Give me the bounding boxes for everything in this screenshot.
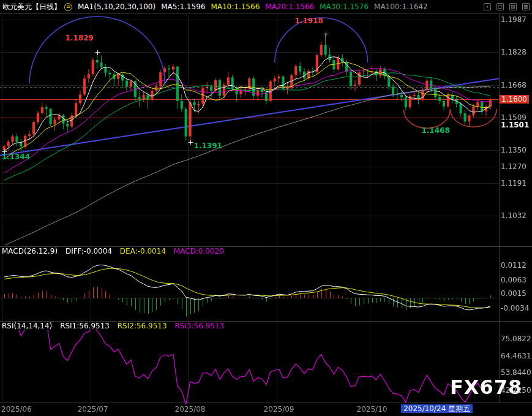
rsi1-value: RSI1:56.9513 bbox=[60, 322, 110, 330]
chart-header: 欧元美元【日线】 ≡ MA1(5,10,20,30,100) MA5:1.159… bbox=[0, 0, 532, 13]
rsi2-value: RSI2:56.9513 bbox=[118, 322, 167, 330]
macd-hist-value: MACD:0.0020 bbox=[174, 247, 224, 255]
ma100-value: MA100:1.1642 bbox=[374, 0, 428, 13]
macd-dea-value: DEA:-0.0014 bbox=[120, 247, 166, 255]
symbol-menu-icon[interactable]: ≡ bbox=[64, 3, 72, 11]
ma5-value: MA5:1.1596 bbox=[161, 0, 205, 13]
fx678-chart-window: 欧元美元【日线】 ≡ MA1(5,10,20,30,100) MA5:1.159… bbox=[0, 0, 532, 416]
rsi-panel-header: RSI(14,14,14) RSI1:56.9513 RSI2:56.9513 … bbox=[2, 322, 230, 330]
ma30-value: MA30:1.1576 bbox=[320, 0, 369, 13]
split-horizontal-icon[interactable]: ▤ bbox=[509, 3, 517, 10]
ma10-value: MA10:1.1566 bbox=[211, 0, 260, 13]
fx678-watermark: FX678 bbox=[450, 376, 522, 399]
rsi3-value: RSI3:56.9513 bbox=[174, 322, 224, 330]
maximize-pane-icon[interactable]: ▢ bbox=[496, 3, 504, 10]
ma20-value: MA20:1.1566 bbox=[265, 0, 314, 13]
macd-title: MACD(26,12,9) bbox=[2, 247, 58, 255]
macd-diff-value: DIFF:-0.0004 bbox=[66, 247, 112, 255]
macd-panel-header: MACD(26,12,9) DIFF:-0.0004 DEA:-0.0014 M… bbox=[2, 247, 230, 255]
price-chart-canvas[interactable] bbox=[0, 0, 532, 416]
rsi-title: RSI(14,14,14) bbox=[2, 322, 52, 330]
ma-settings-label: MA1(5,10,20,30,100) bbox=[78, 0, 155, 13]
symbol-title: 欧元美元【日线】 bbox=[2, 0, 61, 13]
split-vertical-icon[interactable]: ▥ bbox=[522, 3, 530, 10]
add-pane-icon[interactable]: ＋ bbox=[484, 3, 491, 10]
